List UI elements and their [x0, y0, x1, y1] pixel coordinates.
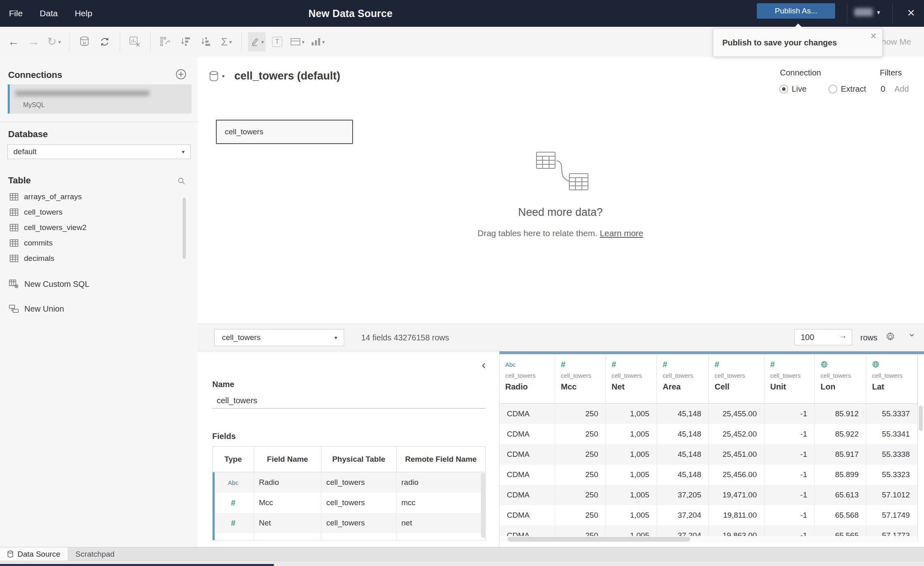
clear-sheet-button[interactable]: [126, 32, 144, 52]
connection-item[interactable]: MySQL: [8, 84, 192, 114]
logical-table-card[interactable]: cell_towers: [216, 120, 353, 144]
grid-column-header-area[interactable]: #cell_towersArea: [657, 354, 709, 403]
tab-data-source[interactable]: Data Source: [0, 547, 68, 561]
chevron-down-icon[interactable]: ▾: [222, 73, 225, 79]
close-window-button[interactable]: ×: [903, 5, 919, 20]
user-menu[interactable]: ▾: [854, 8, 880, 16]
grid-cell: -1: [765, 444, 815, 465]
sort-descending-button[interactable]: [197, 32, 215, 52]
grid-cell: CDMA: [500, 404, 555, 424]
sidebar-table-item-cell_towers_view2[interactable]: cell_towers_view2: [0, 220, 198, 235]
database-select[interactable]: default ▾: [7, 144, 191, 159]
tooltip-close-button[interactable]: ×: [870, 30, 877, 42]
apply-rows-icon[interactable]: →: [839, 331, 847, 340]
menu-help[interactable]: Help: [75, 9, 92, 18]
grid-cell: 65.613: [815, 485, 866, 505]
grid-cell: 37,205: [657, 485, 709, 505]
grid-data-row: CDMA2501,00545,14825,451.00-185.91755.33…: [500, 444, 918, 465]
row-limit-input[interactable]: [800, 331, 834, 343]
grid-data-row: CDMA2501,00545,14825,455.00-185.91255.33…: [500, 404, 918, 424]
grid-header-row: Abccell_towersRadio#cell_towersMcc#cell_…: [500, 354, 918, 404]
sidebar-table-item-cell_towers[interactable]: cell_towers: [0, 204, 198, 220]
search-icon[interactable]: [177, 177, 185, 185]
menu-file[interactable]: File: [9, 9, 23, 18]
menu-data[interactable]: Data: [40, 9, 58, 18]
chevron-down-icon: ▾: [261, 39, 264, 45]
sidebar-table-item-commits[interactable]: commits: [0, 235, 198, 251]
field-name-cell: Net: [254, 513, 321, 533]
physical-table-cell: cell_towers: [321, 472, 396, 493]
grid-cell: 85.912: [815, 404, 866, 424]
swap-rows-columns-button[interactable]: [157, 32, 174, 52]
grid-column-header-cell[interactable]: #cell_towersCell: [709, 354, 765, 403]
highlight-button[interactable]: ▾: [248, 32, 266, 52]
field-name-cell: Radio: [254, 472, 321, 493]
publish-as-button[interactable]: Publish As...: [757, 3, 835, 19]
connection-extract-radio[interactable]: Extract: [829, 84, 866, 94]
fields-table-scrollbar[interactable]: [481, 473, 486, 538]
grid-cell: 19,471.00: [709, 485, 765, 505]
datasource-title-row: ▾ cell_towers (default): [209, 70, 340, 82]
database-icon[interactable]: [209, 71, 219, 82]
table-details-panel: ‹ Name cell_towers Fields TypeField Name…: [198, 351, 500, 547]
sort-ascending-button[interactable]: [177, 32, 195, 52]
grid-cell: -1: [765, 465, 815, 485]
grid-cell: 65.565: [815, 525, 866, 536]
grid-column-header-mcc[interactable]: #cell_towersMcc: [555, 354, 606, 403]
tooltip-message: Publish to save your changes: [722, 29, 837, 56]
refresh-data-button[interactable]: [96, 32, 114, 52]
grid-column-header-radio[interactable]: Abccell_towersRadio: [500, 354, 555, 403]
grid-column-header-lat[interactable]: cell_towersLat: [866, 354, 918, 403]
filters-add-button[interactable]: Add: [894, 84, 909, 94]
chevron-down-icon: ▾: [182, 148, 185, 155]
grid-body: CDMA2501,00545,14825,455.00-185.91255.33…: [500, 404, 918, 536]
grid-column-field-name: Area: [663, 382, 681, 392]
chevron-down-icon[interactable]: ⌄: [908, 327, 916, 339]
physical-table-cell: [321, 533, 396, 540]
grid-cell: 25,452.00: [709, 424, 765, 444]
grid-column-field-name: Unit: [770, 382, 786, 392]
grid-cell: -1: [765, 485, 815, 505]
sidebar-scrollbar[interactable]: [183, 198, 186, 259]
collapse-panel-chevron[interactable]: ‹: [482, 359, 486, 371]
grid-data-row: CDMA2501,00545,14825,452.00-185.92255.33…: [500, 424, 918, 444]
grid-column-header-lon[interactable]: cell_towersLon: [815, 354, 866, 403]
sidebar-table-item-arrays_of_arrays[interactable]: arrays_of_arrays: [0, 189, 198, 204]
forward-button[interactable]: →: [25, 32, 43, 52]
totals-button[interactable]: Σ▾: [218, 32, 235, 52]
table-name-value[interactable]: cell_towers: [217, 396, 257, 405]
fields-table-row[interactable]: #Mcccell_towersmcc: [213, 493, 485, 513]
new-custom-sql-button[interactable]: New Custom SQL: [0, 276, 207, 292]
preview-table-select[interactable]: cell_towers ▾: [214, 329, 344, 346]
grid-column-header-unit[interactable]: #cell_towersUnit: [765, 354, 815, 403]
text-label-button[interactable]: T: [268, 32, 286, 52]
back-button[interactable]: ←: [4, 32, 22, 52]
connection-live-radio[interactable]: Live: [780, 84, 807, 94]
grid-cell: 250: [555, 465, 606, 485]
database-heading: Database: [8, 129, 48, 140]
fields-table-row[interactable]: AbcRadiocell_towersradio: [213, 472, 485, 493]
grid-data-row: CDMA2501,00537,20419,811.00-165.56857.17…: [500, 505, 918, 525]
replay-button[interactable]: ↻▾: [45, 32, 63, 52]
show-chart-button[interactable]: ▾: [309, 32, 327, 52]
new-union-button[interactable]: New Union: [0, 301, 207, 317]
filters-label: Filters: [880, 68, 902, 77]
grid-vertical-scrollbar[interactable]: [919, 406, 923, 431]
sidebar-table-item-decimals[interactable]: decimals: [0, 251, 198, 266]
tab-scratchpad[interactable]: Scratchpad: [68, 547, 122, 561]
grid-cell: 250: [555, 525, 606, 536]
add-connection-button[interactable]: [176, 69, 186, 80]
radio-selected-icon: [780, 85, 788, 93]
fields-table-row[interactable]: #Netcell_towersnet: [213, 513, 485, 533]
menu-list: FileDataHelp: [0, 9, 92, 18]
grid-column-field-name: Lat: [872, 382, 884, 392]
cell-size-button[interactable]: ▾: [289, 32, 306, 52]
grid-column-table-label: cell_towers: [715, 372, 745, 379]
gear-icon[interactable]: [885, 331, 896, 342]
grid-horizontal-scrollbar[interactable]: [508, 537, 690, 542]
learn-more-link[interactable]: Learn more: [600, 228, 643, 238]
connections-heading: Connections: [8, 70, 62, 80]
grid-column-header-net[interactable]: #cell_towersNet: [606, 354, 657, 403]
data-source-icon[interactable]: [75, 32, 93, 52]
fields-table-row[interactable]: [213, 533, 485, 540]
